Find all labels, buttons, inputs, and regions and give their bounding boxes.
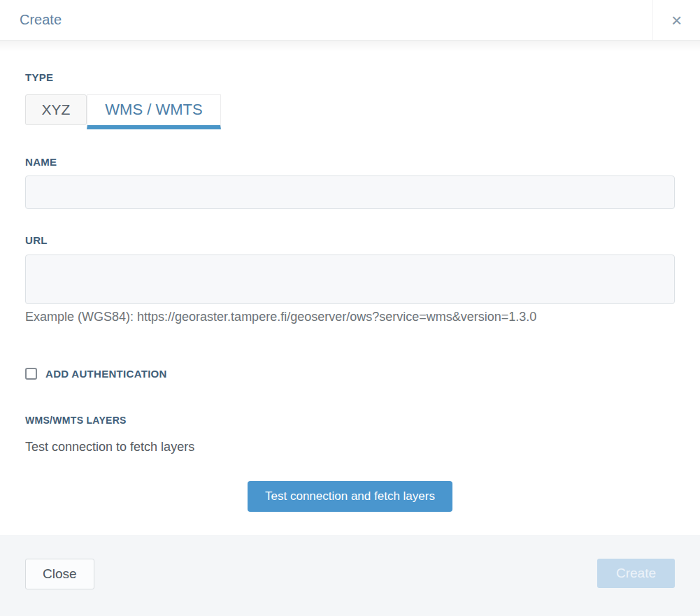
form: TYPE XYZ WMS / WMTS NAME URL Example (WG… — [0, 52, 700, 535]
url-input[interactable] — [25, 255, 675, 304]
create-layer-modal: Create × TYPE XYZ WMS / WMTS NAME URL Ex… — [0, 0, 700, 616]
modal-footer: Close Create — [0, 535, 700, 616]
test-connection-button[interactable]: Test connection and fetch layers — [248, 481, 452, 512]
close-icon: × — [671, 11, 682, 29]
modal-body: TYPE XYZ WMS / WMTS NAME URL Example (WG… — [0, 41, 700, 535]
layers-hint-text: Test connection to fetch layers — [25, 440, 675, 454]
url-example-text: Example (WGS84): https://georaster.tampe… — [25, 310, 675, 324]
add-authentication-label: ADD AUTHENTICATION — [45, 368, 167, 380]
add-authentication-row[interactable]: ADD AUTHENTICATION — [25, 368, 675, 380]
name-input[interactable] — [25, 176, 675, 209]
add-authentication-checkbox[interactable] — [25, 368, 37, 380]
create-button[interactable]: Create — [597, 559, 675, 588]
close-footer-button[interactable]: Close — [25, 559, 94, 589]
tab-wms-wmts[interactable]: WMS / WMTS — [87, 94, 221, 129]
type-tabs: XYZ WMS / WMTS — [25, 94, 675, 129]
close-button[interactable]: × — [652, 0, 700, 40]
wms-wmts-layers-label: WMS/WMTS LAYERS — [25, 415, 675, 426]
type-label: TYPE — [25, 71, 675, 83]
header-shadow — [0, 41, 700, 52]
modal-header: Create × — [0, 0, 700, 41]
url-label: URL — [25, 234, 675, 246]
modal-title: Create — [0, 0, 652, 40]
tab-xyz[interactable]: XYZ — [25, 94, 87, 125]
name-label: NAME — [25, 156, 675, 168]
